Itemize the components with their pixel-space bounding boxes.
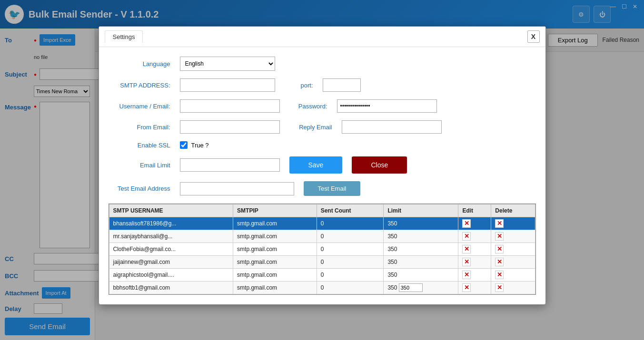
close-modal-button[interactable]: Close	[352, 156, 407, 174]
edit-icon-2[interactable]: ✕	[462, 245, 471, 253]
cell-sent-count: 0	[317, 269, 384, 282]
ssl-checkbox-row: True ?	[180, 141, 209, 149]
cell-limit: 350	[384, 230, 458, 243]
delete-icon-5[interactable]: ✕	[495, 283, 504, 292]
cell-sent-count: 0	[317, 243, 384, 256]
ssl-true-label: True ?	[191, 142, 209, 149]
edit-icon-3[interactable]: ✕	[462, 258, 471, 266]
cell-limit: 350	[384, 282, 458, 294]
action-buttons: Save Close	[289, 156, 407, 174]
smtp-address-label: SMTP ADDRESS:	[109, 82, 170, 89]
cell-edit: ✕	[458, 269, 491, 282]
smtp-port-row: SMTP ADDRESS: smtp.gmail.com port: 587	[109, 78, 536, 92]
edit-icon-4[interactable]: ✕	[462, 271, 471, 279]
email-limit-actions-row: Email Limit Save Close	[109, 156, 536, 174]
password-input[interactable]: ***************	[337, 99, 437, 113]
cell-edit: ✕	[458, 243, 491, 256]
col-edit: Edit	[458, 204, 491, 217]
email-limit-input[interactable]	[180, 158, 280, 172]
modal-header: Settings X	[99, 27, 545, 47]
cell-sent-count: 0	[317, 256, 384, 269]
cell-smtpip: smtp.gmail.com	[233, 282, 317, 294]
edit-icon-0[interactable]: ✕	[462, 219, 471, 228]
table-row: aigraphicstool@gmail.... smtp.gmail.com …	[109, 269, 535, 282]
limit-input-5[interactable]	[399, 283, 423, 292]
modal-body: Language English SMTP ADDRESS: smtp.gmai…	[99, 47, 545, 304]
test-email-row: Test Email Address Test Email	[109, 181, 536, 196]
delete-icon-1[interactable]: ✕	[495, 232, 504, 241]
table-row: bhansalisoft781986@g... smtp.gmail.com 0…	[109, 217, 535, 230]
cell-sent-count: 0	[317, 282, 384, 294]
edit-icon-1[interactable]: ✕	[462, 232, 471, 241]
col-username: SMTP USERNAME	[109, 204, 233, 217]
cell-username: ClotheFobia@gmail.co...	[109, 243, 233, 256]
table-row: bbhsoftb1@gmail.com smtp.gmail.com 0 350…	[109, 282, 535, 294]
cell-delete: ✕	[491, 256, 535, 269]
language-label: Language	[109, 60, 170, 68]
cell-edit: ✕	[458, 217, 491, 230]
cell-username: bhansalisoft781986@g...	[109, 217, 233, 230]
cell-smtpip: smtp.gmail.com	[233, 269, 317, 282]
port-input[interactable]: 587	[323, 78, 361, 92]
ssl-checkbox[interactable]	[180, 141, 188, 149]
cell-smtpip: smtp.gmail.com	[233, 217, 317, 230]
email-limit-label: Email Limit	[109, 162, 170, 169]
col-delete: Delete	[491, 204, 535, 217]
cell-edit: ✕	[458, 230, 491, 243]
cell-edit: ✕	[458, 256, 491, 269]
modal-title: Settings	[105, 30, 143, 43]
delete-icon-0[interactable]: ✕	[495, 219, 504, 228]
settings-modal: Settings X Language English SMTP ADDRESS…	[99, 26, 546, 305]
cell-delete: ✕	[491, 269, 535, 282]
cell-limit: 350	[384, 217, 458, 230]
col-sent-count: Sent Count	[317, 204, 384, 217]
username-label: Username / Email:	[109, 103, 170, 110]
test-email-button[interactable]: Test Email	[304, 181, 361, 196]
cell-limit: 350	[384, 269, 458, 282]
reply-email-label: Reply Email	[289, 124, 332, 131]
cell-sent-count: 0	[317, 230, 384, 243]
ssl-label: Enable SSL	[109, 142, 170, 149]
delete-icon-2[interactable]: ✕	[495, 245, 504, 253]
password-label: Password:	[289, 103, 327, 110]
language-row: Language English	[109, 57, 536, 71]
cell-sent-count: 0	[317, 217, 384, 230]
table-row: ClotheFobia@gmail.co... smtp.gmail.com 0…	[109, 243, 535, 256]
cell-smtpip: smtp.gmail.com	[233, 243, 317, 256]
reply-email-input[interactable]	[342, 120, 442, 134]
from-email-input[interactable]	[180, 120, 280, 134]
username-password-row: Username / Email: bhansalisoft781986@gma…	[109, 99, 536, 113]
save-button[interactable]: Save	[289, 156, 343, 174]
cell-username: jaijainnew@gmail.com	[109, 256, 233, 269]
delete-icon-4[interactable]: ✕	[495, 271, 504, 279]
cell-delete: ✕	[491, 230, 535, 243]
cell-smtpip: smtp.gmail.com	[233, 256, 317, 269]
modal-overlay: Settings X Language English SMTP ADDRESS…	[0, 0, 644, 340]
table-row: jaijainnew@gmail.com smtp.gmail.com 0 35…	[109, 256, 535, 269]
cell-username: mr.sanjaybhansali@g...	[109, 230, 233, 243]
from-email-label: From Email:	[109, 124, 170, 131]
delete-icon-3[interactable]: ✕	[495, 258, 504, 266]
edit-icon-5[interactable]: ✕	[462, 283, 471, 292]
table-header-row: SMTP USERNAME SMTPIP Sent Count Limit Ed…	[109, 204, 535, 217]
smtp-address-input[interactable]: smtp.gmail.com	[180, 78, 275, 92]
smtp-table: SMTP USERNAME SMTPIP Sent Count Limit Ed…	[109, 204, 535, 294]
col-smtpip: SMTPIP	[233, 204, 317, 217]
smtp-table-container: SMTP USERNAME SMTPIP Sent Count Limit Ed…	[109, 204, 536, 295]
ssl-row: Enable SSL True ?	[109, 141, 536, 149]
language-select[interactable]: English	[180, 57, 275, 71]
cell-username: aigraphicstool@gmail....	[109, 269, 233, 282]
cell-delete: ✕	[491, 217, 535, 230]
username-input[interactable]: bhansalisoft781986@gmail.	[180, 99, 280, 113]
port-label: port:	[285, 82, 313, 89]
table-row: mr.sanjaybhansali@g... smtp.gmail.com 0 …	[109, 230, 535, 243]
cell-delete: ✕	[491, 243, 535, 256]
col-limit: Limit	[384, 204, 458, 217]
modal-close-button[interactable]: X	[527, 30, 540, 43]
test-email-label: Test Email Address	[109, 185, 170, 192]
test-email-input[interactable]	[180, 182, 294, 195]
cell-limit: 350	[384, 256, 458, 269]
cell-delete: ✕	[491, 282, 535, 294]
cell-smtpip: smtp.gmail.com	[233, 230, 317, 243]
from-reply-row: From Email: Reply Email	[109, 120, 536, 134]
